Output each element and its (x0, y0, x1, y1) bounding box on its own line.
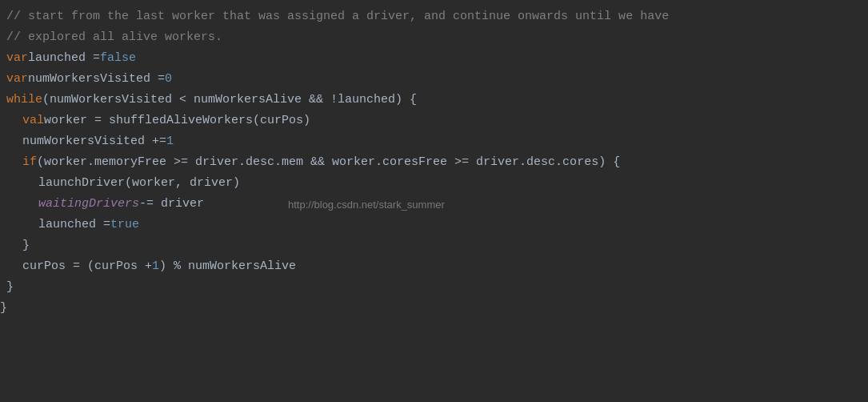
code-line-line1: // start from the last worker that was a… (0, 6, 868, 27)
token-keyword: var (6, 70, 28, 89)
code-line-line7: numWorkersVisited += 1 (0, 131, 868, 152)
code-line-line8: if (worker.memoryFree >= driver.desc.mem… (0, 152, 868, 173)
token-white: launchDriver(worker, driver) (38, 174, 240, 193)
code-line-line11: launched = true (0, 215, 868, 235)
token-white: launched = (38, 215, 110, 235)
token-white: } (22, 236, 30, 255)
token-white: } (6, 278, 14, 297)
token-boolean: false (100, 49, 136, 68)
code-line-line3: var launched = false (0, 48, 868, 69)
token-comment: // start from the last worker that was a… (6, 7, 669, 26)
code-line-line6: val worker = shuffledAliveWorkers(curPos… (0, 111, 868, 131)
token-keyword: while (6, 90, 42, 110)
code-line-line14: } (0, 277, 868, 298)
token-keyword: var (6, 49, 28, 68)
token-number: 1 (152, 257, 159, 276)
token-number: 1 (166, 132, 174, 151)
code-line-line10: waitingDrivers -= driver (0, 194, 868, 215)
token-keyword: if (22, 153, 37, 172)
token-white: -= driver (139, 195, 204, 214)
token-white: numWorkersVisited += (22, 132, 166, 151)
token-white: (numWorkersVisited < numWorkersAlive && … (42, 90, 417, 110)
token-white: (worker.memoryFree >= driver.desc.mem &&… (37, 153, 620, 172)
code-line-line13: curPos = (curPos + 1) % numWorkersAlive (0, 256, 868, 277)
token-white: launched = (28, 49, 100, 68)
code-line-line2: // explored all alive workers. (0, 27, 868, 48)
token-white: ) % numWorkersAlive (159, 257, 296, 276)
token-boolean: true (110, 215, 139, 235)
token-comment: // explored all alive workers. (6, 28, 222, 47)
code-line-line5: while (numWorkersVisited < numWorkersAli… (0, 90, 868, 111)
code-line-line9: launchDriver(worker, driver) (0, 173, 868, 194)
token-keyword: val (22, 111, 44, 131)
code-line-line15: } (0, 298, 868, 319)
token-number: 0 (165, 70, 172, 89)
token-white: } (0, 299, 7, 318)
code-line-line12: } (0, 235, 868, 256)
code-container: http://blog.csdn.net/stark_summer // sta… (0, 0, 868, 402)
token-white: numWorkersVisited = (28, 70, 165, 89)
token-white: worker = shuffledAliveWorkers(curPos) (44, 111, 310, 131)
token-italic: waitingDrivers (38, 195, 139, 214)
token-white: curPos = (curPos + (22, 257, 152, 276)
code-line-line4: var numWorkersVisited = 0 (0, 69, 868, 90)
